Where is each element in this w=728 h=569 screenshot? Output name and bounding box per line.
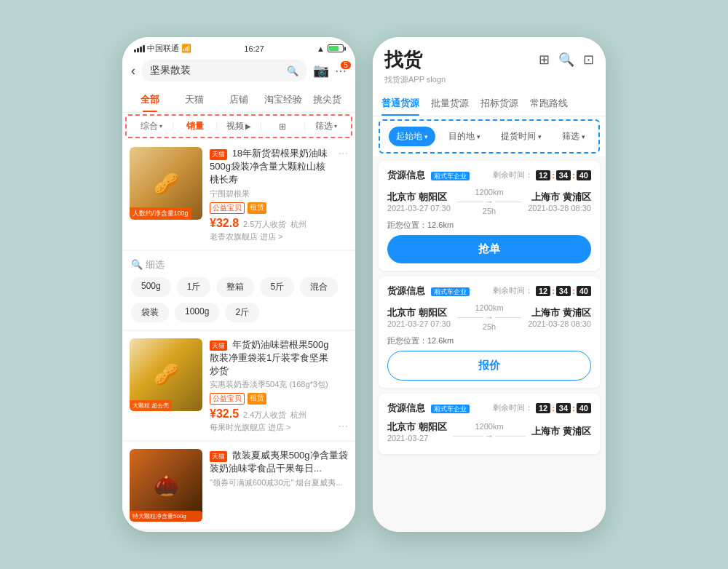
store-1[interactable]: 老香农旗舰店 进店 > (210, 231, 331, 242)
to-city-3: 上海市 黄浦区 (531, 425, 591, 438)
store-2[interactable]: 每果时光旗舰店 进店 > (210, 422, 331, 433)
select-label: 筛选 (315, 120, 333, 132)
from-date-3: 2021-03-27 (387, 434, 447, 442)
from-date-2: 2021-03-27 07:30 (387, 319, 451, 328)
title-text-2: 年货奶油味碧根果500g散装净重袋装1斤装零食坚果炒货 (210, 339, 329, 376)
arrow-right-1: → (485, 196, 494, 207)
sep2-3: : (572, 404, 575, 413)
timer-digits-1: 12 : 34 : 40 (536, 170, 591, 180)
cart-button[interactable]: ⋯ 5 (335, 64, 347, 78)
to-city-name-2: 上海市 黄浦区 (528, 306, 591, 319)
price-2: ¥32.5 (210, 407, 239, 421)
arrow-right-2: → (485, 312, 494, 322)
product-info-1: 天猫 18年新货碧根果奶油味500g袋装净含量大颗粒山核桃长寿 宁围碧根果 公益… (210, 147, 331, 242)
wifi-icon: 📶 (181, 44, 191, 53)
arrow-right-3: → (485, 431, 494, 441)
filter-comprehensive[interactable]: 综合 ▾ (132, 120, 170, 132)
more-dots-1[interactable]: ··· (339, 147, 348, 242)
origin-label: 起始地 (396, 130, 422, 143)
bar2 (137, 48, 139, 52)
cargo-card-2: 货源信息 厢式车企业 剩余时间： 12 : 34 : 40 (379, 276, 600, 388)
search-icon-right[interactable]: 🔍 (558, 52, 574, 68)
brand-2: 实惠装奶香淡季504克 (168g*3包) (210, 379, 331, 390)
route-row-2: 北京市 朝阳区 2021-03-27 07:30 1200km → 25h (387, 303, 591, 331)
filter-sales[interactable]: 销量 (176, 120, 213, 132)
quote-button-1[interactable]: 报价 (387, 351, 591, 381)
distance-3: 1200km (475, 422, 503, 431)
product-card-3[interactable]: 🌰 特大颗粒净含量500g 天猫 散装夏威夷果500g净含量袋装奶油味零食品干果… (122, 442, 355, 529)
duration-1: 25h (483, 207, 496, 215)
price-row-1: ¥32.8 2.5万人收货 杭州 (210, 217, 331, 230)
bar4 (143, 45, 145, 52)
tab-normal-cargo[interactable]: 普通货源 (381, 91, 419, 116)
tmall-badge-2: 天猫 (210, 341, 227, 351)
tag-orange-1: 租赁 (248, 202, 266, 214)
grab-button-1[interactable]: 抢单 (387, 235, 591, 263)
pill-destination[interactable]: 目的地 ▾ (441, 127, 488, 146)
status-left: 中国联通 📶 (134, 43, 191, 54)
distance-label-1: 距您位置：12.6km (387, 220, 591, 231)
refine-tag-500g[interactable]: 500g (131, 277, 171, 297)
divider1 (173, 122, 173, 132)
tab-regular-route[interactable]: 常跑路线 (530, 91, 568, 116)
tab-store[interactable]: 店铺 (217, 87, 261, 112)
status-bar-left: 中国联通 📶 16:27 ▲ (122, 37, 355, 57)
search-box[interactable]: 坚果散装 🔍 (141, 60, 307, 81)
search-bar: ‹ 坚果散装 🔍 📷 ⋯ 5 (122, 57, 355, 87)
refine-tag-1000g[interactable]: 1000g (175, 303, 219, 322)
app-title: 找货 (384, 47, 446, 73)
camera-icon[interactable]: 📷 (313, 63, 329, 79)
distance-2: 1200km (475, 303, 503, 312)
tab-all[interactable]: 全部 (128, 87, 173, 112)
cargo-label-section-3: 货源信息 厢式车企业 (387, 401, 470, 415)
product-card-2[interactable]: 🥜 大颗粒 超去壳 天猫 年货奶油味碧根果500g散装净重袋装1斤装零食坚果炒货… (122, 331, 355, 441)
pill-filter[interactable]: 筛选 ▾ (555, 127, 593, 146)
route-middle-1: 1200km → 25h (451, 188, 528, 215)
tags-2: 公益宝贝 租赁 (210, 393, 331, 405)
product-card-1[interactable]: 🥜 人数约/净含量100g 天猫 18年新货碧根果奶油味500g袋装净含量大颗粒… (122, 140, 355, 250)
filter-select[interactable]: 筛选 ▾ (308, 120, 345, 132)
more-dots-2[interactable]: ··· (339, 420, 348, 433)
refine-tag-daizhuang[interactable]: 袋装 (131, 303, 169, 322)
signal-icon: ▲ (317, 44, 325, 53)
from-city-2: 北京市 朝阳区 2021-03-27 07:30 (387, 306, 451, 328)
filter-image[interactable]: ⊞ (264, 122, 301, 132)
hours-3: 12 (536, 403, 550, 413)
filter-pills: 起始地 ▾ 目的地 ▾ 提货时间 ▾ 筛选 ▾ (379, 119, 600, 154)
cargo-info-label-2: 货源信息 (387, 285, 425, 296)
product-title-1: 天猫 18年新货碧根果奶油味500g袋装净含量大颗粒山核桃长寿 (210, 147, 331, 187)
duration-2: 25h (483, 322, 496, 331)
refine-tag-2jin[interactable]: 2斤 (225, 303, 259, 322)
grid-icon[interactable]: ⊞ (539, 52, 550, 68)
header-icons: ⊞ 🔍 ⊡ (539, 52, 594, 68)
product-label-3: 特大颗粒净含量500g (130, 511, 202, 522)
battery-fill (329, 46, 339, 51)
product-title-2: 天猫 年货奶油味碧根果500g散装净重袋装1斤装零食坚果炒货 (210, 338, 331, 378)
tab-experience[interactable]: 淘宝经验 (261, 87, 305, 112)
product-label-1: 人数约/净含量100g (130, 207, 191, 220)
refine-tag-1jin[interactable]: 1斤 (177, 277, 211, 297)
origin-arrow: ▾ (424, 133, 428, 140)
product-image-3: 🌰 特大颗粒净含量500g (130, 449, 202, 522)
tab-tmall[interactable]: 天猫 (173, 87, 217, 112)
tab-bid-cargo[interactable]: 招标货源 (480, 91, 518, 116)
tab-bulk-cargo[interactable]: 批量货源 (431, 91, 469, 116)
product-list: 🥜 人数约/净含量100g 天猫 18年新货碧根果奶油味500g袋装净含量大颗粒… (122, 140, 355, 532)
sales-2: 2.4万人收货 (243, 410, 286, 421)
time-display: 16:27 (244, 44, 264, 53)
expand-icon[interactable]: ⊡ (583, 52, 594, 68)
location-1: 杭州 (290, 219, 306, 230)
cargo-info-label-1: 货源信息 (387, 170, 425, 180)
tab-top[interactable]: 挑尖货 (305, 87, 349, 112)
refine-tag-zhengxiang[interactable]: 整箱 (216, 277, 254, 297)
back-button[interactable]: ‹ (131, 63, 135, 79)
pill-origin[interactable]: 起始地 ▾ (389, 127, 435, 146)
refine-tag-hunhe[interactable]: 混合 (300, 277, 338, 297)
tags-1: 公益宝贝 租赁 (210, 202, 331, 214)
route-row-3: 北京市 朝阳区 2021-03-27 1200km → 上海市 黄浦区 (387, 421, 591, 442)
refine-tag-5jin[interactable]: 5斤 (260, 277, 294, 297)
tag-orange-2: 租赁 (248, 393, 266, 405)
filter-video[interactable]: 视频 ▶ (220, 120, 257, 132)
pill-pickup-time[interactable]: 提货时间 ▾ (494, 127, 549, 146)
signal-bars (134, 45, 145, 52)
